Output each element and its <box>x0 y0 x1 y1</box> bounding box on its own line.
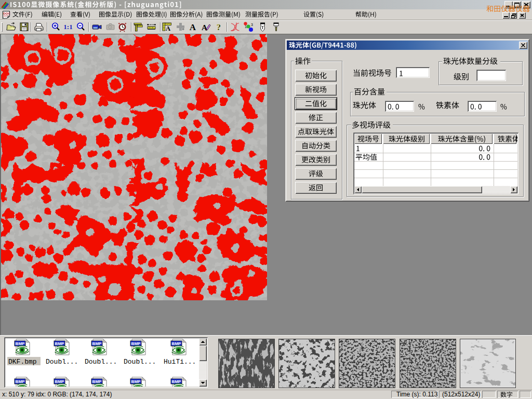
svg-text:BMP: BMP <box>92 341 102 346</box>
svg-text:BMP: BMP <box>92 379 102 384</box>
svg-text:BMP: BMP <box>55 379 64 384</box>
svg-text:BMP: BMP <box>172 341 181 346</box>
svg-text:BMP: BMP <box>55 341 64 346</box>
svg-text:BMP: BMP <box>131 379 141 384</box>
svg-text:1: 1 <box>245 25 247 29</box>
svg-text:BMP: BMP <box>172 379 181 384</box>
svg-text:BMP: BMP <box>16 379 25 384</box>
svg-text:BMP: BMP <box>131 341 141 346</box>
svg-text:3: 3 <box>251 23 253 26</box>
svg-text:BMP: BMP <box>16 341 25 346</box>
